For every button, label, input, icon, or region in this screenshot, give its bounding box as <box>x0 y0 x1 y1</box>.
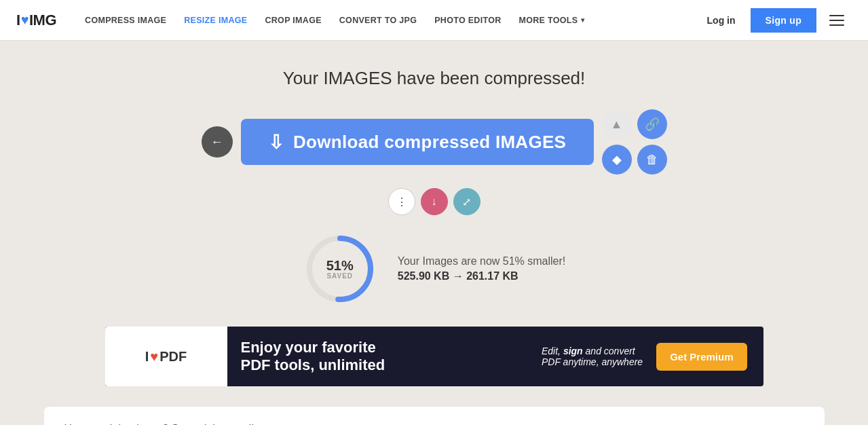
hamburger-line-2 <box>829 20 844 21</box>
mini-actions: ⋮ ↓ ⤢ <box>388 188 480 215</box>
logo-img: IMG <box>29 12 56 29</box>
download-button[interactable]: ⇩ Download compressed IMAGES <box>241 119 594 165</box>
progress-circle: 51% SAVED <box>303 232 377 306</box>
action-row: ← ⇩ Download compressed IMAGES ▲ 🔗 ◆ 🗑 <box>190 109 679 174</box>
arrow-icon: → <box>453 270 466 282</box>
original-size: 525.90 KB <box>398 270 450 282</box>
share-delete-button[interactable]: 🗑 <box>637 145 667 174</box>
stats-row: 51% SAVED Your Images are now 51% smalle… <box>303 232 566 306</box>
link-icon: 🔗 <box>645 117 660 132</box>
success-title: Your IMAGES have been compressed! <box>283 68 586 89</box>
mini-expand-icon: ⤢ <box>462 196 471 208</box>
dropbox-icon: ◆ <box>612 152 622 167</box>
circle-saved-label: SAVED <box>326 272 354 280</box>
download-label: Download compressed IMAGES <box>293 132 566 153</box>
ad-logo-i: I <box>145 349 149 365</box>
stats-description: Your Images are now 51% smaller! <box>398 255 566 267</box>
ad-logo-section: I ♥ PDF <box>105 327 227 386</box>
hamburger-line-3 <box>829 24 844 26</box>
ad-right-text: Edit, sign and convert PDF anytime, anyw… <box>542 346 643 367</box>
share-row-top: ▲ 🔗 <box>602 109 667 139</box>
nav-crop[interactable]: CROP IMAGE <box>258 12 328 29</box>
share-dropbox-button[interactable]: ◆ <box>602 145 632 174</box>
delete-icon: 🗑 <box>646 153 658 167</box>
header-actions: Log in Sign up <box>695 5 852 35</box>
ad-main-text: Enjoy your favorite PDF tools, unlimited <box>227 339 525 375</box>
circle-text: 51% SAVED <box>326 259 354 280</box>
mini-expand-button[interactable]: ⤢ <box>453 188 480 215</box>
hamburger-button[interactable] <box>822 5 852 35</box>
hamburger-line-1 <box>829 15 844 16</box>
ad-logo-pdf: PDF <box>159 349 187 365</box>
chevron-down-icon: ▾ <box>581 16 584 24</box>
login-button[interactable]: Log in <box>695 10 748 31</box>
back-arrow-icon: ← <box>211 135 223 149</box>
ad-sign-text: sign <box>563 346 583 356</box>
main-nav: COMPRESS IMAGE RESIZE IMAGE CROP IMAGE C… <box>78 12 695 29</box>
nav-photo-editor[interactable]: PHOTO EDITOR <box>428 12 508 29</box>
ad-banner: I ♥ PDF Enjoy your favorite PDF tools, u… <box>105 327 763 386</box>
logo[interactable]: I♥IMG <box>16 12 56 29</box>
circle-percent: 51% <box>326 259 354 272</box>
share-buttons: ▲ 🔗 ◆ 🗑 <box>602 109 667 174</box>
signup-button[interactable]: Sign up <box>751 8 816 33</box>
share-link-button[interactable]: 🔗 <box>637 109 667 139</box>
nav-more-tools[interactable]: MORE TOOLS ▾ <box>512 12 592 29</box>
logo-i: I <box>16 12 20 29</box>
stats-sizes: 525.90 KB → 261.17 KB <box>398 270 566 282</box>
ad-premium-button[interactable]: Get Premium <box>656 343 747 371</box>
main-content: Your IMAGES have been compressed! ← ⇩ Do… <box>0 41 868 425</box>
mini-more-button[interactable]: ⋮ <box>388 188 415 215</box>
ad-logo: I ♥ PDF <box>145 349 187 365</box>
download-icon: ⇩ <box>268 131 284 153</box>
share-drive-button[interactable]: ▲ <box>602 109 632 139</box>
ad-title: Enjoy your favorite PDF tools, unlimited <box>241 339 512 375</box>
mini-download-button[interactable]: ↓ <box>421 188 448 215</box>
logo-heart: ♥ <box>21 12 29 28</box>
share-row-bottom: ◆ 🗑 <box>602 145 667 174</box>
back-button[interactable]: ← <box>202 126 233 158</box>
bottom-card: How can I thank you? Spread the word! <box>44 407 825 425</box>
header: I♥IMG COMPRESS IMAGE RESIZE IMAGE CROP I… <box>0 0 868 41</box>
ad-logo-heart-icon: ♥ <box>150 349 158 365</box>
drive-icon: ▲ <box>611 117 623 132</box>
nav-resize[interactable]: RESIZE IMAGE <box>177 12 254 29</box>
stats-text: Your Images are now 51% smaller! 525.90 … <box>398 255 566 282</box>
nav-compress[interactable]: COMPRESS IMAGE <box>78 12 173 29</box>
ad-right-section: Edit, sign and convert PDF anytime, anyw… <box>525 343 763 371</box>
mini-download-icon: ↓ <box>432 196 437 208</box>
nav-convert[interactable]: CONVERT TO JPG <box>333 12 423 29</box>
compressed-size: 261.17 KB <box>466 270 518 282</box>
more-dots-icon: ⋮ <box>396 196 407 208</box>
